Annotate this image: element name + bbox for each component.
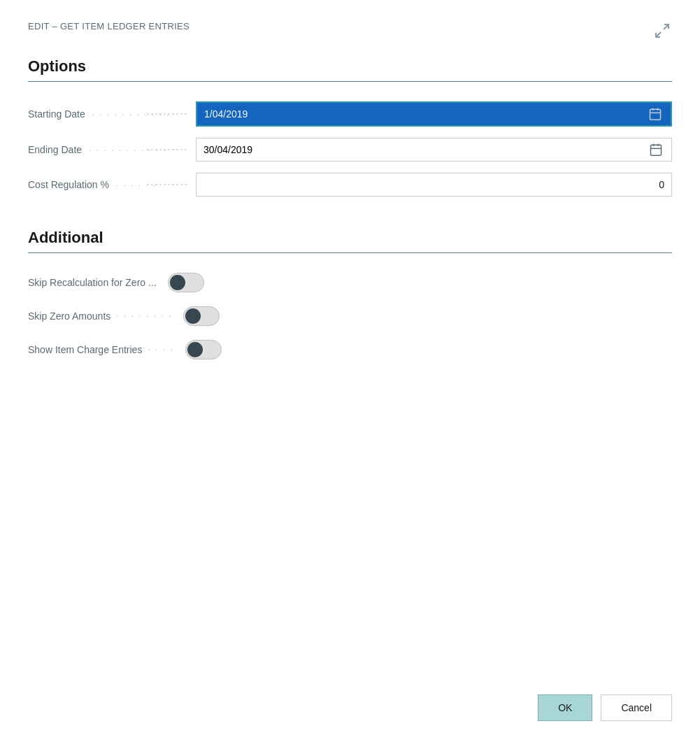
skip-zero-amounts-toggle[interactable] (183, 306, 220, 326)
dialog-container: EDIT – GET ITEM LEDGER ENTRIES Options S… (0, 0, 700, 749)
ending-date-input[interactable] (197, 138, 671, 161)
show-item-charge-row: Show Item Charge Entries · · · · (28, 340, 672, 359)
starting-date-dots: · · · · · · · · · · · (92, 110, 171, 120)
additional-heading: Additional (28, 229, 672, 247)
dialog-footer: OK Cancel (28, 666, 672, 721)
starting-date-input[interactable] (197, 103, 671, 125)
skip-recalculation-toggle[interactable] (168, 273, 204, 292)
cost-regulation-row: Cost Regulation % · · · · · · (28, 173, 672, 197)
skip-recalculation-row: Skip Recalculation for Zero ... (28, 273, 672, 292)
skip-zero-amounts-label: Skip Zero Amounts · · · · · · · · (28, 311, 172, 322)
options-section: Options Starting Date · · · · · · · · · … (28, 57, 672, 208)
svg-rect-6 (651, 145, 662, 155)
svg-line-1 (656, 32, 661, 37)
cost-regulation-label: Cost Regulation % · · · · · · (28, 179, 196, 190)
skip-zero-amounts-row: Skip Zero Amounts · · · · · · · · (28, 306, 672, 326)
starting-date-calendar-button[interactable] (640, 103, 671, 125)
dialog-title: EDIT – GET ITEM LEDGER ENTRIES (28, 21, 190, 31)
ending-date-dots: · · · · · · · · · · · (89, 145, 167, 155)
show-item-charge-thumb (187, 342, 203, 357)
additional-divider (28, 252, 672, 253)
skip-zero-dots: · · · · · · · · (116, 311, 172, 321)
options-heading: Options (28, 57, 672, 76)
skip-recalculation-label: Skip Recalculation for Zero ... (28, 277, 157, 288)
expand-icon[interactable] (652, 21, 672, 41)
options-divider (28, 81, 672, 82)
starting-date-field[interactable] (196, 101, 672, 127)
dialog-header: EDIT – GET ITEM LEDGER ENTRIES (28, 21, 672, 41)
additional-section: Additional Skip Recalculation for Zero .… (28, 229, 672, 373)
cost-regulation-dots: · · · · · · (116, 180, 157, 190)
show-item-charge-label: Show Item Charge Entries · · · · (28, 344, 174, 355)
starting-date-row: Starting Date · · · · · · · · · · · (28, 101, 672, 127)
ending-date-calendar-button[interactable] (641, 138, 671, 161)
ending-date-field[interactable] (196, 138, 672, 162)
ok-button[interactable]: OK (538, 694, 592, 721)
skip-recalculation-thumb (170, 275, 185, 290)
show-item-charge-dots: · · · · (148, 345, 173, 355)
ending-date-label: Ending Date · · · · · · · · · · · (28, 144, 196, 155)
starting-date-label: Starting Date · · · · · · · · · · · (28, 108, 196, 120)
cancel-button[interactable]: Cancel (601, 694, 672, 721)
svg-rect-2 (650, 109, 661, 120)
svg-line-0 (664, 24, 669, 29)
cost-regulation-input[interactable] (197, 173, 671, 196)
ending-date-row: Ending Date · · · · · · · · · · · (28, 138, 672, 162)
cost-regulation-field[interactable] (196, 173, 672, 197)
show-item-charge-toggle[interactable] (185, 340, 222, 359)
